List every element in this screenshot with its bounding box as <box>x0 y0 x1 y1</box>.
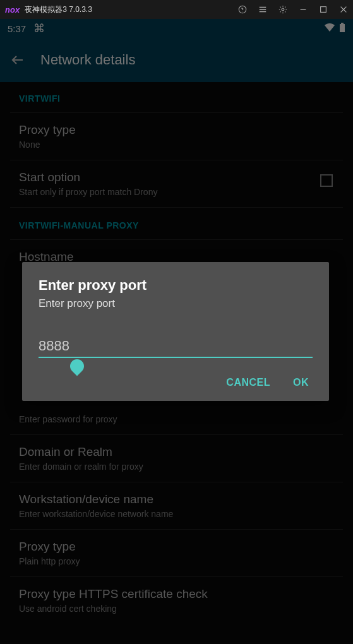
minimize-icon[interactable] <box>299 5 308 14</box>
emulator-titlebar: nox 夜神模拟器3 7.0.3.3 <box>0 0 353 19</box>
proxy-port-dialog: Enter proxy port Enter proxy port CANCEL… <box>22 262 329 401</box>
menu-icon[interactable] <box>258 5 267 14</box>
dialog-subtitle: Enter proxy port <box>39 297 313 310</box>
cancel-button[interactable]: CANCEL <box>226 377 270 388</box>
svg-point-1 <box>282 8 284 11</box>
maximize-icon[interactable] <box>319 5 328 14</box>
close-icon[interactable] <box>339 5 348 14</box>
ok-button[interactable]: OK <box>293 377 309 388</box>
titlebar-text: 夜神模拟器3 7.0.3.3 <box>25 4 238 15</box>
proxy-port-input[interactable] <box>39 335 313 358</box>
svg-rect-2 <box>321 7 326 13</box>
nox-logo: nox <box>5 5 20 15</box>
help-icon[interactable] <box>238 5 247 14</box>
gear-icon[interactable] <box>278 5 287 14</box>
dialog-title: Enter proxy port <box>39 277 313 294</box>
